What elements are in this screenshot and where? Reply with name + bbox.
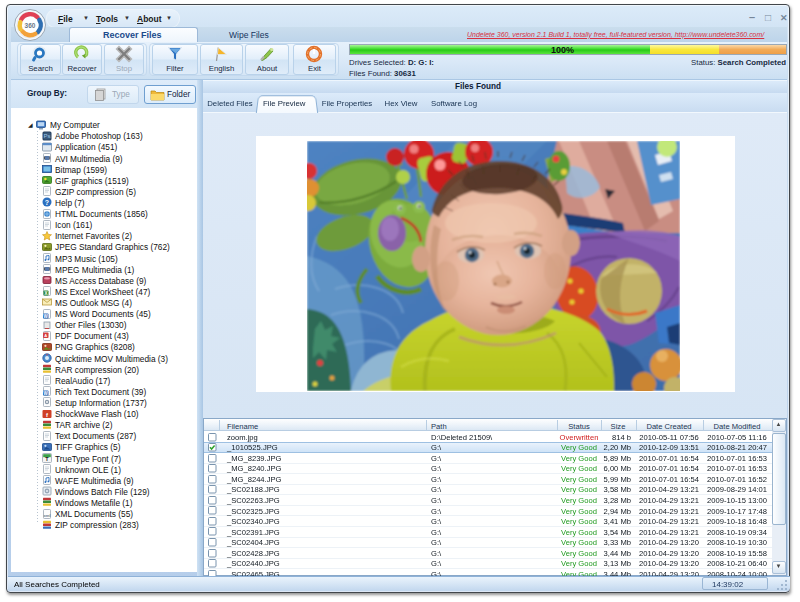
svg-text:X: X	[44, 291, 47, 296]
svg-text:A: A	[44, 333, 47, 338]
svg-text:360: 360	[25, 22, 36, 29]
svg-text:W: W	[44, 391, 49, 396]
svg-text:W: W	[44, 313, 49, 318]
svg-text:Ps: Ps	[43, 133, 50, 139]
svg-text:xml: xml	[43, 512, 50, 517]
svg-text:?: ?	[45, 199, 49, 206]
